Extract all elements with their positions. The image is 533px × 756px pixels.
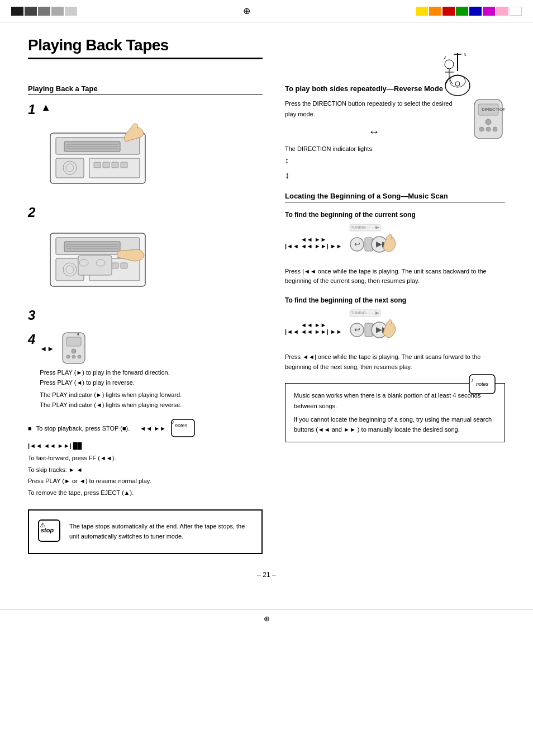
svg-text:TUNING: TUNING	[351, 225, 366, 229]
svg-point-48	[78, 355, 81, 358]
svg-text:♪: ♪	[172, 419, 174, 425]
next-song-buttons-top: ◄◄ ►►	[285, 322, 342, 328]
scan-symbols: ◄◄ ►►	[140, 423, 166, 434]
reverse-indicator: ↕	[285, 154, 463, 168]
left-column: Playing Back a Tape 1 ▲	[28, 84, 263, 554]
next-song-buttons-bottom: |◄◄ ◄◄ ►►| ►►	[285, 328, 342, 335]
notes-icon-container: ♪ notes	[468, 374, 496, 398]
music-scan-header: Locating the Beginning of a Song—Music S…	[285, 192, 505, 202]
color-block-orange	[429, 7, 441, 16]
bottom-bar: ⊕	[0, 609, 533, 627]
remote-reverse-illustration: DIRECTION	[472, 98, 505, 140]
svg-rect-44	[66, 337, 81, 346]
music-scan-notes-box: ♪ notes Music scan works when there is a…	[285, 383, 505, 442]
next-song-buttons: ◄◄ ►► |◄◄ ◄◄ ►►| ►►	[285, 322, 342, 335]
step-4-row: 4 ◄► ◄	[28, 332, 263, 410]
color-block-3	[38, 7, 50, 16]
reverse-indicator-display: ↕	[285, 171, 505, 181]
button-row-display: |◄◄ ◄◄ ►►| ██	[28, 441, 263, 451]
svg-rect-40	[78, 256, 112, 275]
color-block-1	[11, 7, 23, 16]
eject-symbol: ▲	[41, 102, 51, 114]
color-block-magenta	[483, 7, 495, 16]
guitar-illustration: ♪ ♫	[432, 48, 477, 98]
reverse-mode-text: Press the DIRECTION button repeatedly to…	[285, 98, 463, 168]
step-2-block: 2	[28, 205, 263, 299]
color-block-green	[456, 7, 468, 16]
notes-line-music-2: If you cannot locate the beginning of a …	[294, 414, 496, 435]
svg-rect-24	[112, 162, 118, 168]
music-scan-section: Locating the Beginning of a Song—Music S…	[285, 192, 505, 442]
svg-rect-39	[121, 263, 127, 268]
remote-illustration-step4: ◄	[60, 332, 88, 365]
svg-text:♪: ♪	[444, 54, 446, 60]
color-block-4	[51, 7, 64, 16]
step-2-row: 2	[28, 205, 263, 220]
svg-point-1	[450, 75, 465, 87]
left-notes: ■ To stop playback, press STOP (■). ◄◄ ►…	[28, 418, 263, 498]
svg-rect-25	[121, 162, 127, 168]
current-song-buttons-bottom: |◄◄ ◄◄ ►►| ►►	[285, 243, 342, 249]
svg-text:♫: ♫	[463, 52, 467, 57]
svg-rect-22	[94, 162, 101, 168]
color-blocks-left	[11, 7, 77, 16]
step-1-block: 1 ▲	[28, 102, 263, 196]
reverse-mode-section: To play both sides repeatedly—Reverse Mo…	[285, 84, 505, 181]
device-illustration-2	[45, 225, 263, 299]
step-3-block: 3	[28, 308, 263, 323]
color-block-2	[25, 7, 37, 16]
notes-icon-svg: ♪ notes	[468, 374, 496, 395]
current-song-description: Press |◄◄ once while the tape is playing…	[285, 267, 505, 286]
center-crosshair: ⊕	[77, 6, 416, 16]
svg-point-61	[493, 127, 497, 131]
reverse-counter-symbol: ↕	[285, 171, 289, 180]
right-column: To play both sides repeatedly—Reverse Mo…	[285, 84, 505, 554]
color-block-5	[65, 7, 77, 16]
svg-text:◄: ◄	[75, 332, 80, 337]
step-4-num: 4	[28, 332, 35, 347]
main-content: Playing Back Tapes ♪ ♫	[0, 25, 533, 609]
svg-text:notes: notes	[175, 423, 188, 428]
top-bar: ⊕	[0, 0, 533, 22]
notes-line-music-1: Music scan works when there is a blank p…	[294, 390, 496, 411]
playing-back-tape-header: Playing Back a Tape	[28, 84, 263, 95]
step-1-row: 1 ▲	[28, 102, 263, 117]
color-block-red	[442, 7, 455, 16]
current-song-buttons: ◄◄ ►► |◄◄ ◄◄ ►►| ►►	[285, 236, 342, 249]
svg-text:⚠: ⚠	[40, 521, 46, 529]
current-song-title: To find the beginning of the current son…	[285, 211, 505, 219]
current-song-buttons-top: ◄◄ ►►	[285, 236, 342, 243]
reverse-desc-2: The DIRECTION indicator lights.	[285, 144, 463, 154]
color-block-blue	[469, 7, 482, 16]
next-song-section: To find the beginning of the next song ◄…	[285, 296, 505, 372]
color-block-white	[510, 7, 522, 16]
svg-text:♪: ♪	[471, 377, 474, 383]
reverse-desc-1: Press the DIRECTION button repeatedly to…	[285, 98, 463, 119]
two-column-layout: Playing Back a Tape 1 ▲	[28, 84, 505, 554]
reverse-mode-content: Press the DIRECTION button repeatedly to…	[285, 98, 505, 168]
svg-point-47	[72, 355, 75, 358]
step-1-num: 1	[28, 102, 35, 117]
svg-text:TUNING: TUNING	[351, 311, 366, 315]
page-number: – 21 –	[28, 571, 505, 587]
svg-rect-21	[89, 158, 140, 178]
svg-point-60	[486, 127, 491, 131]
svg-text:↩: ↩	[354, 325, 360, 334]
notes-icon: notes ♪	[170, 418, 196, 438]
svg-rect-23	[103, 162, 110, 168]
current-song-row: ◄◄ ►► |◄◄ ◄◄ ►►| ►► TUNING	[285, 223, 505, 262]
notes-line-2: To skip tracks: ► ◄	[28, 465, 263, 475]
svg-point-4	[455, 82, 460, 86]
notes-line-4: To remove the tape, press EJECT (▲).	[28, 488, 263, 498]
notes-stop-label: To stop playback, press STOP (■).	[36, 423, 130, 434]
remote-next-song: TUNING ↩ ▶▶	[349, 309, 396, 348]
notes-line-1: To fast-forward, press FF (◄◄).	[28, 453, 263, 464]
stop-icon: stop ⚠	[37, 519, 61, 545]
step-4-text-indicators: The PLAY indicator (►) lights when playi…	[40, 390, 263, 410]
stop-symbol: ■	[28, 423, 32, 434]
step-4-block: 4 ◄► ◄	[28, 332, 263, 410]
device-illustration-1	[45, 122, 263, 196]
color-block-yellow	[416, 7, 428, 16]
svg-point-46	[66, 355, 70, 358]
next-song-row: ◄◄ ►► |◄◄ ◄◄ ►►| ►► TUNING ↩	[285, 309, 505, 348]
